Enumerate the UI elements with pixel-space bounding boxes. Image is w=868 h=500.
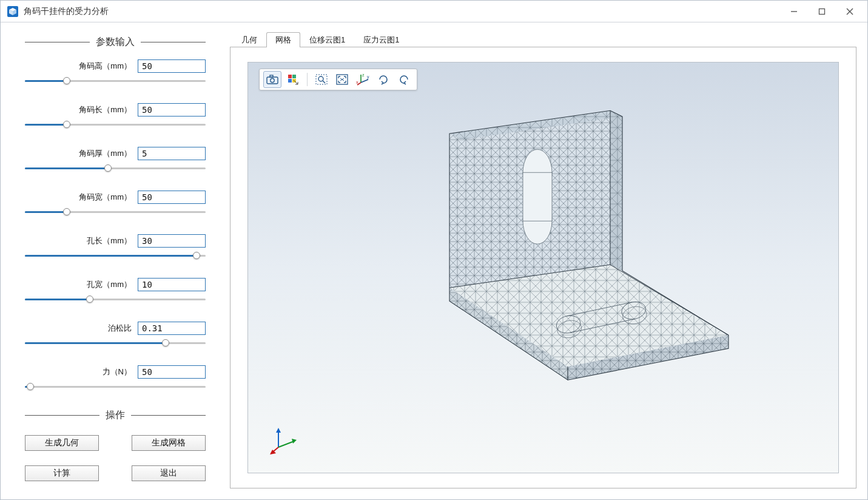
svg-rect-7 [270,75,273,77]
param-label: 力（N） [103,367,132,377]
param-row: 角码厚（mm） [25,147,206,174]
axes-icon[interactable]: z y x [354,71,372,88]
param-slider[interactable] [25,295,206,305]
param-slider[interactable] [25,382,206,392]
svg-rect-10 [288,79,292,83]
params-section-header: 参数输入 [25,36,206,49]
window-title: 角码干挂件的受力分析 [24,6,109,17]
mesh-model [355,106,732,458]
param-label: 角码高（mm） [79,61,132,72]
app-icon [7,5,19,18]
svg-point-13 [318,76,323,81]
param-slider[interactable] [25,208,206,217]
param-input[interactable] [138,278,206,291]
params-header-label: 参数输入 [90,36,141,49]
param-label: 泊松比 [108,323,132,334]
tab-bar: 几何网格位移云图1应力云图1 [230,30,856,47]
tab-3[interactable]: 应力云图1 [354,32,408,47]
svg-rect-8 [288,75,292,78]
svg-line-45 [278,441,294,447]
tab-1[interactable]: 网格 [266,32,300,47]
param-label: 孔长（mm） [87,235,132,246]
param-row: 孔宽（mm） [25,278,206,305]
tab-0[interactable]: 几何 [232,32,266,47]
svg-marker-44 [276,428,281,433]
svg-rect-9 [292,75,296,78]
param-row: 孔长（mm） [25,234,206,261]
param-input[interactable] [138,191,206,204]
axis-triad-icon [270,427,298,454]
param-slider[interactable] [25,251,206,261]
rotate-ccw-icon[interactable] [395,71,413,88]
param-slider[interactable] [25,76,206,86]
compute-button[interactable]: 计算 [25,465,99,481]
param-input[interactable] [138,322,206,335]
actions-header-label: 操作 [99,409,131,422]
generate-geometry-button[interactable]: 生成几何 [25,435,99,451]
svg-rect-2 [819,8,825,14]
svg-marker-46 [292,439,297,444]
camera-icon[interactable] [263,71,281,88]
actions-section-header: 操作 [25,409,206,422]
param-input[interactable] [138,59,206,73]
selection-mode-icon[interactable] [284,71,302,88]
exit-button[interactable]: 退出 [132,465,206,481]
svg-text:y: y [367,75,369,79]
zoom-extents-icon[interactable] [333,71,351,88]
tab-2[interactable]: 位移云图1 [300,32,354,47]
param-slider[interactable] [25,339,206,348]
param-row: 角码高（mm） [25,59,206,86]
svg-text:z: z [362,73,365,77]
param-label: 孔宽（mm） [87,279,132,290]
param-input[interactable] [138,147,206,160]
param-slider[interactable] [25,164,206,174]
param-label: 角码厚（mm） [79,148,132,159]
param-row: 角码宽（mm） [25,191,206,217]
maximize-button[interactable] [808,2,836,21]
titlebar: 角码干挂件的受力分析 [1,1,867,22]
left-panel: 参数输入 角码高（mm） 角码长（mm） 角码厚（mm） [1,22,230,499]
minimize-button[interactable] [780,2,808,21]
generate-mesh-button[interactable]: 生成网格 [132,435,206,451]
param-label: 角码宽（mm） [79,192,132,203]
rotate-cw-icon[interactable] [374,71,392,88]
param-input[interactable] [138,365,206,379]
svg-rect-30 [523,172,552,221]
svg-text:x: x [356,80,358,84]
right-panel: 几何网格位移云图1应力云图1 [230,22,867,499]
param-row: 角码长（mm） [25,103,206,130]
viewport-3d[interactable]: z y x [247,62,839,473]
param-row: 泊松比 [25,322,206,348]
param-input[interactable] [138,234,206,248]
param-label: 角码长（mm） [79,104,132,115]
svg-point-6 [271,78,274,82]
svg-line-18 [361,79,368,83]
svg-line-14 [323,81,325,83]
zoom-box-icon[interactable] [312,71,331,88]
close-button[interactable] [836,2,864,21]
svg-marker-27 [610,110,622,271]
view-toolbar: z y x [259,69,417,90]
param-slider[interactable] [25,120,206,130]
param-row: 力（N） [25,365,206,392]
canvas-frame: z y x [230,47,856,488]
app-window: 角码干挂件的受力分析 参数输入 角码高（mm） [0,0,868,500]
param-input[interactable] [138,103,206,117]
